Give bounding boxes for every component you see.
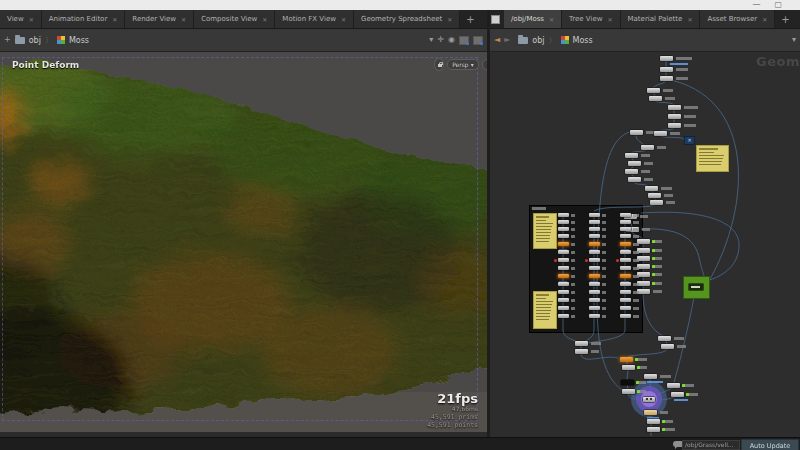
graph-node[interactable] xyxy=(589,234,600,238)
graph-node[interactable] xyxy=(575,349,588,354)
graph-node[interactable] xyxy=(589,298,600,302)
graph-node[interactable] xyxy=(620,298,631,302)
close-icon[interactable]: ✕ xyxy=(181,16,186,23)
auto-update-button[interactable]: Auto Update xyxy=(741,439,799,450)
close-icon[interactable]: ✕ xyxy=(29,16,34,23)
layout-split-icon[interactable] xyxy=(459,36,469,45)
scene-viewport[interactable]: Point Deform Persp ▾ No cam ▾ 21fps 47.6… xyxy=(0,52,487,432)
layout-pane-icon[interactable] xyxy=(473,36,483,45)
close-icon[interactable]: ✕ xyxy=(687,16,692,23)
graph-node[interactable] xyxy=(620,357,633,362)
graph-node[interactable] xyxy=(558,242,569,246)
close-icon[interactable]: ✕ xyxy=(762,16,767,23)
tab-composite-view[interactable]: Composite View✕ xyxy=(194,10,275,28)
graph-node[interactable] xyxy=(649,96,662,101)
forward-icon[interactable]: ► xyxy=(504,36,510,44)
graph-node[interactable] xyxy=(644,374,657,379)
graph-node[interactable] xyxy=(558,306,569,310)
chevron-down-icon[interactable]: ▾ xyxy=(429,36,433,44)
breadcrumb-root[interactable]: obj xyxy=(29,36,41,45)
node-path-field[interactable]: /obj/Grass/vell... xyxy=(682,440,740,450)
graph-node[interactable] xyxy=(668,114,681,119)
display-flag[interactable] xyxy=(635,358,638,361)
display-flag[interactable] xyxy=(652,273,655,276)
tab-tree-view[interactable]: Tree View✕ xyxy=(562,10,620,28)
graph-node[interactable] xyxy=(620,234,631,238)
sticky-note[interactable] xyxy=(696,145,729,172)
graph-node[interactable] xyxy=(661,344,674,349)
graph-node[interactable] xyxy=(575,341,588,346)
graph-node[interactable] xyxy=(660,76,673,81)
tab-material-palette[interactable]: Material Palette✕ xyxy=(621,10,701,28)
graph-node[interactable] xyxy=(625,153,638,158)
graph-node[interactable] xyxy=(630,130,643,135)
display-flag[interactable] xyxy=(652,265,655,268)
sticky-note[interactable] xyxy=(533,213,557,249)
graph-node[interactable] xyxy=(689,284,703,290)
tab-asset-browser[interactable]: Asset Browser✕ xyxy=(700,10,775,28)
graph-node[interactable] xyxy=(558,290,569,294)
graph-node[interactable] xyxy=(620,274,631,278)
graph-node[interactable] xyxy=(658,336,671,341)
display-flag[interactable] xyxy=(637,390,640,393)
maximize-icon[interactable]: ▢ xyxy=(774,1,782,9)
display-flag[interactable] xyxy=(652,282,655,285)
graph-node[interactable] xyxy=(645,186,658,191)
graph-node[interactable] xyxy=(620,242,631,246)
graph-node[interactable] xyxy=(589,266,600,270)
pin-icon[interactable]: ✛ xyxy=(437,35,444,45)
graph-node[interactable] xyxy=(558,314,569,318)
graph-node[interactable] xyxy=(620,282,631,286)
sticky-note[interactable] xyxy=(533,291,557,329)
breadcrumb-node[interactable]: Moss xyxy=(69,36,89,45)
tab-geometry-spreadsheet[interactable]: Geometry Spreadsheet✕ xyxy=(354,10,460,28)
close-icon[interactable]: ✕ xyxy=(549,16,554,23)
graph-node[interactable] xyxy=(589,242,600,246)
close-icon[interactable]: ✕ xyxy=(607,16,612,23)
graph-node[interactable] xyxy=(620,250,631,254)
display-flag[interactable] xyxy=(652,240,655,243)
graph-node[interactable] xyxy=(589,250,600,254)
graph-node[interactable] xyxy=(558,258,569,262)
display-flag[interactable] xyxy=(662,428,665,431)
graph-node[interactable] xyxy=(589,290,600,294)
close-icon[interactable]: ✕ xyxy=(262,16,267,23)
graph-node[interactable] xyxy=(667,383,680,388)
graph-node[interactable] xyxy=(558,282,569,286)
graph-node[interactable] xyxy=(648,193,661,198)
tab-render-view[interactable]: Render View✕ xyxy=(125,10,194,28)
graph-node[interactable] xyxy=(660,56,673,61)
graph-node[interactable] xyxy=(668,105,681,110)
graph-node[interactable] xyxy=(589,274,600,278)
display-flag[interactable] xyxy=(686,393,689,396)
display-flag[interactable] xyxy=(636,381,639,384)
graph-node[interactable] xyxy=(620,227,631,231)
graph-node[interactable] xyxy=(589,220,600,224)
graph-node[interactable] xyxy=(589,306,600,310)
tab-motion-fx-view[interactable]: Motion FX View✕ xyxy=(275,10,354,28)
breadcrumb-node[interactable]: Moss xyxy=(573,36,593,45)
chevron-down-icon[interactable]: ▾ xyxy=(792,36,796,44)
graph-node[interactable] xyxy=(620,213,631,217)
display-flag[interactable] xyxy=(662,420,665,423)
graph-node[interactable] xyxy=(641,145,654,150)
graph-node[interactable] xyxy=(620,220,631,224)
graph-node[interactable] xyxy=(647,427,660,432)
graph-node[interactable] xyxy=(558,298,569,302)
persp-selector[interactable]: Persp ▾ xyxy=(447,59,479,70)
graph-node[interactable] xyxy=(628,177,641,182)
graph-node[interactable] xyxy=(558,266,569,270)
tab-animation-editor[interactable]: Animation Editor✕ xyxy=(42,10,126,28)
breadcrumb-root[interactable]: obj xyxy=(532,36,544,45)
graph-node[interactable] xyxy=(668,123,681,128)
current-node[interactable] xyxy=(643,397,655,402)
graph-node[interactable] xyxy=(628,161,641,166)
display-flag[interactable] xyxy=(682,384,685,387)
minimize-icon[interactable]: — xyxy=(752,1,760,9)
graph-node[interactable] xyxy=(589,314,600,318)
graph-node[interactable] xyxy=(647,419,660,424)
graph-node[interactable] xyxy=(671,392,684,397)
pane-menu-icon[interactable] xyxy=(491,15,500,24)
new-tab-button[interactable]: + xyxy=(775,10,795,28)
graph-node[interactable] xyxy=(650,200,663,205)
